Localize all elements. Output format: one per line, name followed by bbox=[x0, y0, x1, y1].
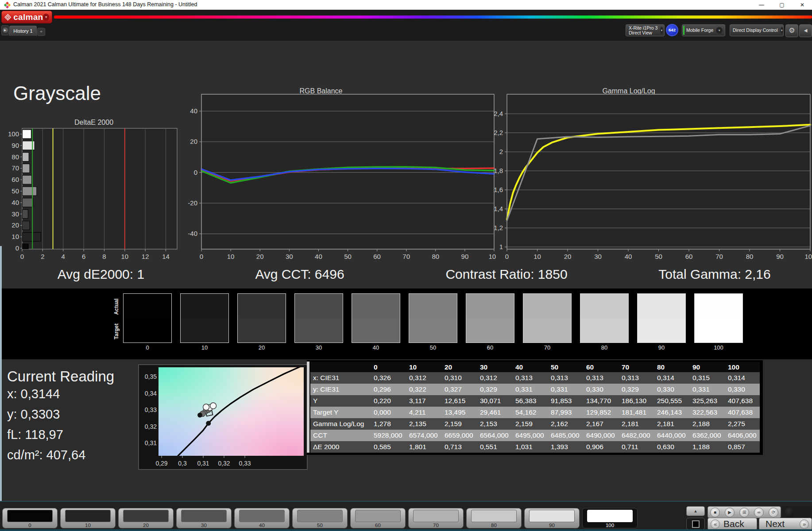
table-cell: 0,326 bbox=[370, 374, 406, 382]
table-cell: 0 bbox=[370, 363, 406, 371]
next-button[interactable]: Next » bbox=[759, 518, 812, 530]
pattern-button-60[interactable]: 60 bbox=[350, 508, 406, 528]
table-cell: 0,711 bbox=[618, 443, 653, 451]
table-cell: 0,330 bbox=[583, 385, 618, 393]
meter-count-badge[interactable]: 642 bbox=[666, 24, 678, 36]
pattern-button-50[interactable]: 50 bbox=[292, 508, 348, 528]
pattern-button-40[interactable]: 40 bbox=[234, 508, 290, 528]
chevron-down-icon[interactable]: ▼ bbox=[781, 27, 783, 34]
pattern-button-70[interactable]: 70 bbox=[408, 508, 464, 528]
pattern-swatch bbox=[413, 510, 459, 522]
strip-level-label: 30 bbox=[294, 344, 344, 351]
collapse-panel-button[interactable]: ◀ bbox=[799, 24, 812, 37]
page-title: Grayscale bbox=[13, 82, 101, 104]
strip-level-label: 0 bbox=[123, 344, 172, 351]
svg-text:70: 70 bbox=[715, 253, 723, 260]
target-swatch bbox=[638, 318, 685, 342]
strip-swatch bbox=[694, 293, 743, 343]
transport-pattern-size-button[interactable]: ⊞ bbox=[739, 508, 749, 517]
calman-menu-button[interactable]: calman ▼ bbox=[1, 11, 52, 23]
pattern-window-button[interactable] bbox=[686, 518, 705, 530]
settings-gear-button[interactable]: ⚙ bbox=[785, 24, 798, 37]
table-cell: 6362,000 bbox=[689, 431, 724, 439]
transport-refresh-button[interactable]: ⟳ bbox=[769, 508, 778, 517]
actual-swatch bbox=[181, 294, 228, 318]
tab-history[interactable]: History 1 bbox=[9, 26, 37, 36]
main-toolbar: calman ▼ X-Rite i1Pro 3 Direct View ▼ 64… bbox=[0, 10, 812, 41]
table-cell: 6574,000 bbox=[406, 431, 441, 439]
table-cell: 0,313 bbox=[583, 374, 618, 382]
target-swatch bbox=[466, 318, 514, 342]
strip-swatch bbox=[180, 293, 229, 343]
play-arrow-icon: ▶ bbox=[3, 27, 8, 33]
strip-swatch bbox=[523, 293, 572, 343]
svg-text:30: 30 bbox=[594, 253, 602, 260]
pattern-button-30[interactable]: 30 bbox=[176, 508, 232, 528]
table-cell: 0,315 bbox=[689, 374, 724, 382]
data-table: 0102030405060708090100x: CIE310,3260,312… bbox=[307, 360, 763, 455]
target-swatch bbox=[238, 318, 286, 342]
pattern-up-button[interactable]: ▲ bbox=[686, 506, 705, 516]
pattern-button-10[interactable]: 10 bbox=[60, 508, 116, 528]
pattern-button-0[interactable]: 0 bbox=[2, 508, 58, 528]
actual-swatch bbox=[638, 294, 685, 318]
meter-dropdown[interactable]: X-Rite i1Pro 3 Direct View ▼ bbox=[626, 24, 665, 36]
back-button[interactable]: « Back bbox=[708, 518, 757, 530]
svg-text:90: 90 bbox=[12, 142, 19, 149]
target-swatch bbox=[523, 318, 571, 342]
display-control-dropdown[interactable]: Direct Display Control ▼ bbox=[730, 24, 784, 36]
strip-swatch bbox=[580, 293, 629, 343]
pattern-level-label: 60 bbox=[351, 522, 405, 528]
gamma-chart: 2,42,221,81,61,41,2101020304050607080901… bbox=[491, 86, 812, 264]
chevron-down-icon[interactable]: ▼ bbox=[43, 14, 49, 21]
pattern-level-label: 80 bbox=[467, 522, 521, 528]
reading-fl: fL: 118,97 bbox=[7, 427, 63, 442]
svg-text:1,2: 1,2 bbox=[494, 224, 503, 231]
chevron-down-icon[interactable]: ▼ bbox=[716, 27, 723, 34]
chevron-down-icon[interactable]: ▼ bbox=[660, 27, 663, 34]
maximize-button[interactable]: ▢ bbox=[772, 0, 792, 10]
pattern-button-80[interactable]: 80 bbox=[466, 508, 522, 528]
table-cell: 2,159 bbox=[441, 420, 476, 428]
pattern-button-90[interactable]: 90 bbox=[524, 508, 580, 528]
minimize-button[interactable]: — bbox=[752, 0, 771, 10]
target-swatch bbox=[181, 318, 228, 342]
brand-label: calman bbox=[13, 12, 43, 22]
source-dropdown[interactable]: Mobile Forge ▼ bbox=[682, 24, 725, 36]
table-cell: 60 bbox=[583, 363, 618, 371]
deltae-chart: 024681012140102030405060708090100 bbox=[0, 122, 190, 269]
table-cell: 2,167 bbox=[583, 420, 618, 428]
table-cell: 70 bbox=[618, 363, 653, 371]
pattern-button-100[interactable]: 100 bbox=[582, 508, 638, 528]
pattern-button-20[interactable]: 20 bbox=[118, 508, 174, 528]
table-cell: 186,130 bbox=[618, 397, 653, 405]
table-cell: 2,159 bbox=[512, 420, 547, 428]
svg-text:0,31: 0,31 bbox=[197, 460, 209, 467]
reading-y: y: 0,3303 bbox=[7, 407, 60, 422]
tab-scroll-button[interactable]: ▶ bbox=[1, 25, 9, 35]
table-cell: 0,585 bbox=[370, 443, 406, 451]
svg-text:80: 80 bbox=[432, 253, 439, 260]
transport-stop-button[interactable]: ■ bbox=[710, 508, 720, 517]
strip-level-label: 70 bbox=[522, 344, 572, 351]
strip-swatch bbox=[637, 293, 686, 343]
svg-text:50: 50 bbox=[344, 253, 352, 260]
tab-add-button[interactable]: + bbox=[37, 28, 45, 36]
table-row: Target Y0,0004,21113,49529,46154,16287,9… bbox=[310, 407, 760, 418]
transport-play-button[interactable]: ▶ bbox=[725, 508, 735, 517]
svg-text:0,33: 0,33 bbox=[145, 406, 157, 413]
rgb-balance-chart: 40200-20-400102030405060708090100 bbox=[186, 86, 496, 264]
table-scrollbar[interactable] bbox=[307, 362, 309, 453]
table-cell: 30,071 bbox=[476, 397, 512, 405]
transport-continuous-button[interactable]: ∞ bbox=[754, 508, 764, 517]
close-button[interactable]: ✕ bbox=[793, 0, 812, 10]
table-cell: 6440,000 bbox=[653, 431, 689, 439]
svg-text:4: 4 bbox=[62, 253, 65, 260]
table-row: y: CIE310,2960,3220,3270,3290,3310,3310,… bbox=[310, 384, 760, 395]
table-cell: 54,162 bbox=[512, 408, 547, 416]
table-cell: 4,211 bbox=[406, 408, 441, 416]
table-row: CCT5928,0006574,0006659,0006564,0006495,… bbox=[310, 430, 760, 441]
panel-edge-highlight bbox=[0, 246, 2, 501]
svg-text:-20: -20 bbox=[188, 199, 197, 207]
strip-swatch bbox=[352, 293, 400, 343]
